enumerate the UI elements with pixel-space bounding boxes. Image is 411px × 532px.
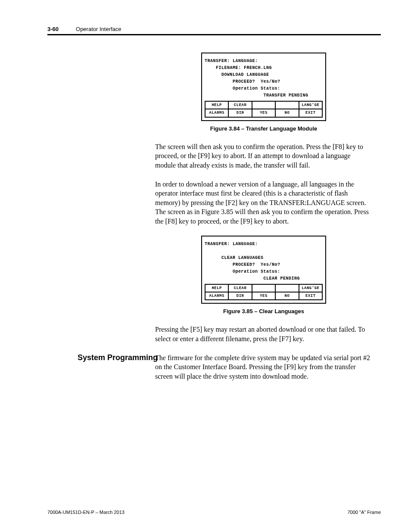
softkey-row-2: ALARMS DIR YES NO EXIT <box>205 109 323 117</box>
softkey-row-2: ALARMS DIR YES NO EXIT <box>205 292 323 300</box>
page-footer: 7000A-UM151D-EN-P – March 2013 7000 "A" … <box>47 510 381 515</box>
header-rule <box>47 34 381 35</box>
page-header: 3-60 Operator Interface <box>47 26 381 32</box>
terminal-op-status-label: Operation Status: <box>205 85 323 92</box>
section-title: Operator Interface <box>76 26 121 32</box>
footer-right: 7000 "A" Frame <box>347 510 381 515</box>
blank-button[interactable] <box>275 284 299 292</box>
exit-button[interactable]: EXIT <box>299 292 323 300</box>
terminal-title: TRANSFER: LANGUAGE: <box>205 58 323 65</box>
paragraph-3: Pressing the [F5] key may restart an abo… <box>155 325 372 343</box>
terminal-blank <box>205 248 323 255</box>
terminal-op-status-label: Operation Status: <box>205 268 323 275</box>
terminal-status: TRANSFER PENDING <box>205 92 323 99</box>
terminal-transfer-language: TRANSFER: LANGUAGE: FILENAME: FRENCH.LNG… <box>201 53 326 121</box>
softkey-row-1: HELP CLEAR LANG'GE <box>205 284 323 292</box>
figure-3-84: TRANSFER: LANGUAGE: FILENAME: FRENCH.LNG… <box>155 53 372 132</box>
no-button[interactable]: NO <box>275 292 299 300</box>
help-button[interactable]: HELP <box>205 101 229 109</box>
language-button[interactable]: LANG'GE <box>299 284 323 292</box>
terminal-download-line: DOWNLOAD LANGUAGE <box>205 72 323 78</box>
blank-button[interactable] <box>275 101 299 109</box>
blank-button[interactable] <box>252 101 276 109</box>
yes-button[interactable]: YES <box>252 109 276 117</box>
clear-button[interactable]: CLEAR <box>228 101 252 109</box>
alarms-button[interactable]: ALARMS <box>205 109 229 117</box>
figure-3-85-caption: Figure 3.85 – Clear Languages <box>155 308 372 314</box>
clear-button[interactable]: CLEAR <box>228 284 252 292</box>
terminal-proceed-prompt: PROCEED? Yes/No? <box>205 78 323 85</box>
help-button[interactable]: HELP <box>205 284 229 292</box>
footer-left: 7000A-UM151D-EN-P – March 2013 <box>47 510 125 515</box>
terminal-clear-line: CLEAR LANGUAGES <box>205 255 323 261</box>
exit-button[interactable]: EXIT <box>299 109 323 117</box>
page-number: 3-60 <box>47 26 59 32</box>
dir-button[interactable]: DIR <box>228 292 252 300</box>
terminal-filename: FILENAME: FRENCH.LNG <box>205 65 323 72</box>
softkey-row-1: HELP CLEAR LANG'GE <box>205 101 323 109</box>
system-programming-heading: System Programming <box>78 353 158 362</box>
terminal-status: CLEAR PENDING <box>205 275 323 282</box>
paragraph-2: In order to download a newer version of … <box>155 180 372 226</box>
figure-3-84-caption: Figure 3.84 – Transfer Language Module <box>155 125 372 132</box>
language-button[interactable]: LANG'GE <box>299 101 323 109</box>
paragraph-1: The screen will then ask you to confirm … <box>155 142 372 170</box>
alarms-button[interactable]: ALARMS <box>205 292 229 300</box>
dir-button[interactable]: DIR <box>228 109 252 117</box>
paragraph-4: The firmware for the complete drive syst… <box>155 353 372 381</box>
blank-button[interactable] <box>252 284 276 292</box>
terminal-title: TRANSFER: LANGUAGE: <box>205 241 323 248</box>
figure-3-85: TRANSFER: LANGUAGE: CLEAR LANGUAGES PROC… <box>155 236 372 315</box>
terminal-proceed-prompt: PROCEED? Yes/No? <box>205 261 323 268</box>
terminal-clear-languages: TRANSFER: LANGUAGE: CLEAR LANGUAGES PROC… <box>201 236 326 304</box>
yes-button[interactable]: YES <box>252 292 276 300</box>
no-button[interactable]: NO <box>275 109 299 117</box>
